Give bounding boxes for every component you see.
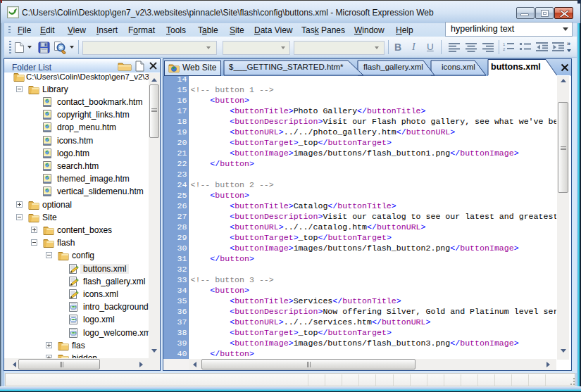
svg-text:2: 2 (503, 47, 506, 51)
svg-text:1: 1 (503, 42, 506, 46)
